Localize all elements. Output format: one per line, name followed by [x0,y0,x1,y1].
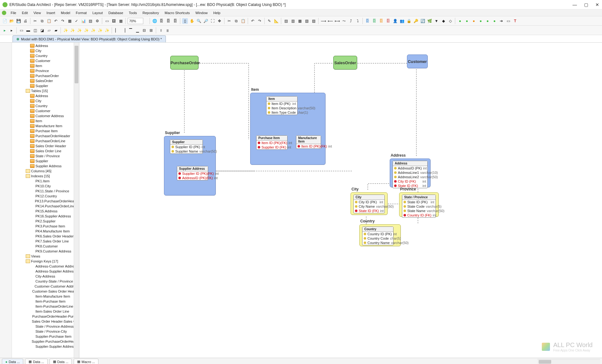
tree-node[interactable]: Item-Sales Order Line [12,309,79,314]
rel4-icon[interactable]: ⤳ [341,18,347,24]
pencil-icon[interactable]: ✎ [267,18,272,24]
fmt6-icon[interactable]: ▰ [53,28,59,33]
tree-node[interactable]: Sales Order Header-Sales Ord [12,319,79,324]
tree-node[interactable]: Sales Order Line [12,148,79,153]
bottom-tab-data2[interactable]: ▦Data ... [25,359,47,364]
tree-node[interactable]: City [12,98,79,103]
entity-supplier[interactable]: Supplier SupplierSupplier ID (PK)intSupp… [164,136,216,195]
color4-icon[interactable]: ● [478,18,483,24]
entity-country[interactable]: Country CountryCountry ID (PK)intCountry… [359,224,401,246]
wiz2-icon[interactable]: ✨ [70,28,75,33]
tree-node[interactable]: PK3.Purchase Item [12,224,79,229]
cut2-icon[interactable]: ✂ [226,18,232,24]
gen2-icon[interactable]: ▸ [9,28,14,33]
tree-node[interactable]: Supplier [12,83,79,88]
tree-node[interactable]: Foreign Keys [17] [12,259,79,264]
tree-node[interactable]: PK7.Sales Order Line [12,239,79,244]
table-row[interactable]: Country Namevarchar(50) [362,241,393,245]
tree-node[interactable]: Item-Manufacture Item [12,294,79,299]
redo2-icon[interactable]: ↷ [257,18,262,24]
box-icon[interactable]: ▭ [505,18,511,24]
rel3-icon[interactable]: ⟷ [334,18,340,24]
user-icon[interactable]: 👤 [392,18,398,24]
panel2-icon[interactable]: ▥ [290,18,296,24]
tree-node[interactable]: PK16.Supplier Address [12,214,79,219]
table-icon[interactable]: ▤ [87,18,93,24]
tree-node[interactable]: PurchaseOrderHeader [12,133,79,138]
tree-node[interactable]: Province [12,68,79,73]
table-address[interactable]: AddressAddressID (PK)intAddressLine1varc… [393,161,428,188]
dist-v-icon[interactable]: ⫼ [165,28,171,33]
cut-icon[interactable]: ✂ [32,18,38,24]
menu-window[interactable]: Window [193,10,210,15]
table-row[interactable]: State Namevarchar(50) [402,209,436,213]
align-bottom-icon[interactable]: ▁ [135,28,140,33]
panel3-icon[interactable]: ▦ [297,18,303,24]
entity-item[interactable]: Item ItemItem ID (PK)intItem Description… [250,93,325,165]
text-icon[interactable]: T [512,18,518,24]
tree-node[interactable]: Supplier Address [12,164,79,169]
tree-node[interactable]: Country-State / Province [12,279,79,284]
tree-node[interactable]: Customer-Sales Order Header [12,289,79,294]
fmt2-icon[interactable]: ▬ [25,28,31,33]
copy-icon[interactable]: ⧉ [39,18,45,24]
table-row[interactable]: City Namevarchar(50) [354,204,384,209]
tree-node[interactable]: City [12,48,79,53]
tree-node[interactable]: Country [12,53,79,58]
align-left-icon[interactable]: ▏ [114,28,119,33]
table-country[interactable]: CountryCountry ID (PK)intCountry Codecha… [362,226,393,245]
table-row[interactable]: City ID (FK)int [393,179,427,184]
table-manufacture-item[interactable]: Manufacture ItemItem ID (PK)(FK)int [296,135,321,149]
wiz5-icon[interactable]: ✨ [90,28,96,33]
key-icon[interactable]: 🔑 [413,18,419,24]
tree-node[interactable]: Supplier-Supplier Address [12,344,79,349]
pan-icon[interactable]: ✥ [217,18,222,24]
menu-edit[interactable]: Edit [19,10,30,15]
tree-node[interactable]: Supplier-PurchaseOrderHeade [12,339,79,344]
entity-province[interactable]: Province State / ProvinceState ID (PK)in… [399,192,439,217]
undo-icon[interactable]: ↶ [53,18,59,24]
db-orange-icon[interactable]: 🗄 [378,18,384,24]
panel4-icon[interactable]: ▧ [304,18,309,24]
table-row[interactable]: State ID (PK)int [402,200,436,204]
tree-node[interactable]: Supplier-Purchase Item [12,334,79,339]
table-row[interactable]: City ID (PK)int [354,200,384,204]
table-purchase-item[interactable]: Purchase ItemItem ID (PK)(FK)intSupplier… [256,135,288,150]
zoomout-icon[interactable]: 🔎 [203,18,209,24]
tree-node[interactable]: PK8.Customer [12,244,79,249]
table-row[interactable]: Item Type Codechar(1) [267,110,297,115]
color6-icon[interactable]: ● [492,18,497,24]
close-button[interactable]: ✕ [595,3,599,7]
dist-h-icon[interactable]: ⫴ [158,28,164,33]
table-row[interactable]: AddressID (PK)(FK)int [177,176,208,180]
table-row[interactable]: AddressID (PK)int [393,166,427,170]
undo2-icon[interactable]: ↶ [250,18,256,24]
tree-node[interactable]: Item-Purchase Item [12,299,79,304]
tree-node[interactable]: Customer [12,108,79,113]
tree-node[interactable]: State / Province [12,153,79,159]
table-row[interactable]: Item ID (PK)int [267,101,297,106]
tree-node[interactable]: PK6.Sales Order Header [12,234,79,239]
paste2-icon[interactable]: 📋 [240,18,246,24]
misc1-icon[interactable]: ◆ [441,18,446,24]
tree-node[interactable]: Customer [12,58,79,63]
db-red-icon[interactable]: 🗄 [385,18,391,24]
tree-node[interactable]: State / Province-Address [12,324,79,329]
wiz6-icon[interactable]: ✨ [97,28,103,33]
misc2-icon[interactable]: ◇ [447,18,453,24]
menu-model[interactable]: Model [58,10,73,15]
tree-node[interactable]: PK12.Country [12,194,79,199]
tree-node[interactable]: Columns [45] [12,169,79,174]
db-green-icon[interactable]: 🗄 [372,18,377,24]
rel2-icon[interactable]: ⟵ [327,18,333,24]
tree-node[interactable]: PurchaseOrderHeader-Purcha [12,314,79,319]
menu-view[interactable]: View [31,10,44,15]
tree-node[interactable]: Address-Customer Address [12,264,79,269]
table-row[interactable]: Supplier ID (PK)int [170,145,203,149]
tree-node[interactable]: Customer-Customer Address [12,284,79,289]
tree-node[interactable]: Country [12,103,79,108]
tree-node[interactable]: Address [12,43,79,48]
tree-node[interactable]: PK9.Customer Address [12,249,79,254]
zoomin-icon[interactable]: 🔍 [196,18,202,24]
table-row[interactable]: AddressLine2varchar(50) [393,175,427,179]
